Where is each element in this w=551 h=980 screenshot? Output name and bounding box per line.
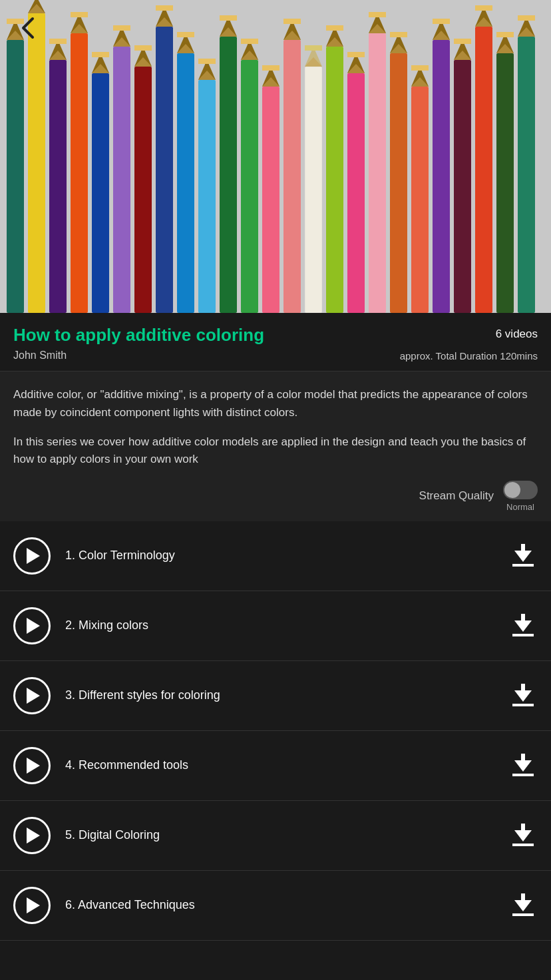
svg-rect-52 <box>369 33 386 313</box>
play-triangle-icon <box>27 548 40 564</box>
svg-rect-9 <box>49 39 67 44</box>
download-stem <box>521 893 525 900</box>
download-stem <box>521 684 525 690</box>
video-title: 4. Recommended tools <box>65 757 508 773</box>
svg-rect-61 <box>433 40 450 313</box>
play-button[interactable] <box>13 887 51 924</box>
download-button[interactable] <box>508 891 538 920</box>
svg-rect-21 <box>134 45 152 51</box>
download-stem <box>521 614 525 620</box>
play-triangle-icon <box>27 618 40 634</box>
play-button[interactable] <box>13 817 51 854</box>
course-info-section: How to apply additive coloring 6 videos … <box>0 313 551 371</box>
download-button[interactable] <box>508 681 538 710</box>
download-button[interactable] <box>508 751 538 780</box>
download-stem <box>521 544 525 551</box>
svg-rect-45 <box>305 45 322 51</box>
download-base <box>512 704 534 706</box>
play-button[interactable] <box>13 747 51 784</box>
video-title: 2. Mixing colors <box>65 617 508 633</box>
play-button[interactable] <box>13 677 51 714</box>
svg-rect-18 <box>113 25 130 31</box>
description-section: Additive color, or "additive mixing", is… <box>0 371 551 521</box>
download-arrow-icon <box>512 895 534 916</box>
svg-rect-36 <box>241 39 258 44</box>
svg-rect-49 <box>347 73 365 313</box>
svg-rect-69 <box>475 5 492 11</box>
description-paragraph-2: In this series we cover how additive col… <box>13 433 538 469</box>
svg-rect-33 <box>220 15 237 21</box>
svg-rect-72 <box>496 32 514 37</box>
svg-rect-54 <box>369 12 386 17</box>
download-stem <box>521 824 525 830</box>
stream-quality-label: Stream Quality <box>419 489 494 503</box>
svg-rect-37 <box>262 87 279 313</box>
play-button[interactable] <box>13 607 51 644</box>
svg-rect-25 <box>177 53 194 313</box>
download-button[interactable] <box>508 611 538 640</box>
svg-rect-12 <box>71 12 88 17</box>
video-item[interactable]: 1. Color Terminology <box>0 521 551 591</box>
stream-quality-row: Stream Quality Normal <box>13 481 538 512</box>
svg-rect-43 <box>305 67 322 313</box>
svg-rect-67 <box>475 27 492 313</box>
download-button[interactable] <box>508 821 538 850</box>
video-item[interactable]: 2. Mixing colors <box>0 591 551 661</box>
video-item[interactable]: 4. Recommended tools <box>0 731 551 801</box>
svg-rect-46 <box>326 47 343 313</box>
play-triangle-icon <box>27 897 40 913</box>
download-arrow-icon <box>512 755 534 776</box>
download-stem <box>521 754 525 760</box>
svg-rect-40 <box>283 40 301 313</box>
play-triangle-icon <box>27 828 40 844</box>
download-button[interactable] <box>508 541 538 571</box>
svg-rect-70 <box>496 53 514 313</box>
download-head <box>514 690 532 702</box>
svg-rect-28 <box>198 80 216 313</box>
svg-rect-51 <box>347 52 365 57</box>
svg-rect-15 <box>92 52 109 57</box>
svg-rect-13 <box>92 73 109 313</box>
toggle-knob <box>504 482 520 498</box>
download-base <box>512 774 534 776</box>
video-item[interactable]: 3. Different styles for coloring <box>0 661 551 731</box>
download-head <box>514 551 532 562</box>
svg-rect-22 <box>156 27 173 313</box>
svg-rect-58 <box>411 87 429 313</box>
back-button[interactable] <box>13 13 43 43</box>
course-title: How to apply additive coloring <box>13 325 489 346</box>
svg-rect-48 <box>326 25 343 31</box>
download-base <box>512 913 534 916</box>
video-title: 5. Digital Coloring <box>65 827 508 843</box>
svg-rect-63 <box>433 19 450 24</box>
download-head <box>514 620 532 632</box>
svg-rect-27 <box>177 32 194 37</box>
play-triangle-icon <box>27 758 40 774</box>
svg-rect-64 <box>454 60 471 313</box>
svg-rect-75 <box>518 15 535 21</box>
svg-rect-39 <box>262 65 279 71</box>
course-duration: approx. Total Duration 120mins <box>400 350 538 362</box>
play-button[interactable] <box>13 537 51 575</box>
svg-rect-31 <box>220 37 237 313</box>
play-triangle-icon <box>27 688 40 704</box>
description-paragraph-1: Additive color, or "additive mixing", is… <box>13 386 538 421</box>
svg-rect-4 <box>28 13 45 313</box>
svg-rect-73 <box>518 37 535 313</box>
pencils-illustration <box>0 0 551 313</box>
svg-rect-34 <box>241 60 258 313</box>
stream-quality-toggle[interactable] <box>503 481 538 499</box>
download-arrow-icon <box>512 685 534 706</box>
download-arrow-icon <box>512 825 534 846</box>
svg-rect-66 <box>454 39 471 44</box>
author-name: John Smith <box>13 350 67 362</box>
video-count: 6 videos <box>496 325 538 341</box>
svg-rect-57 <box>390 32 407 37</box>
svg-rect-60 <box>411 65 429 71</box>
svg-rect-24 <box>156 5 173 11</box>
download-head <box>514 900 532 911</box>
svg-rect-42 <box>283 19 301 24</box>
video-item[interactable]: 5. Digital Coloring <box>0 801 551 871</box>
hero-image <box>0 0 551 313</box>
video-item[interactable]: 6. Advanced Techniques <box>0 871 551 941</box>
